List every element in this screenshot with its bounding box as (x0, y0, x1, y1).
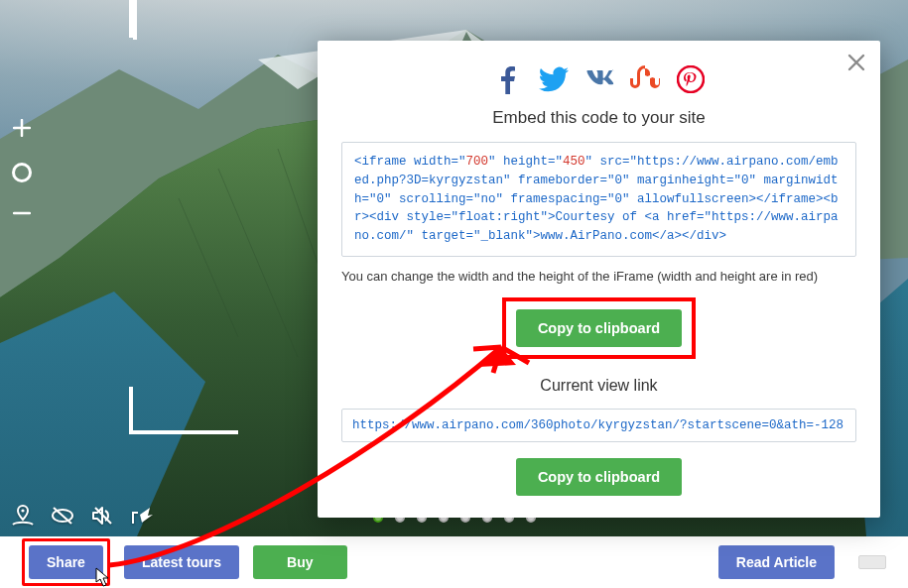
vk-icon[interactable] (584, 64, 614, 94)
zoom-slider[interactable] (10, 119, 34, 226)
zoom-out-icon[interactable] (11, 204, 33, 226)
copy-embed-button[interactable]: Copy to clipboard (516, 309, 682, 347)
current-view-label: Current view link (341, 377, 856, 395)
embed-code-box[interactable]: <iframe width="700" height="450" src="ht… (341, 142, 856, 257)
current-view-link-input[interactable] (341, 409, 856, 442)
scroll-stub (858, 555, 886, 569)
share-modal: Embed this code to your site <iframe wid… (318, 41, 880, 518)
pinterest-icon[interactable] (676, 64, 706, 94)
code-height: 450 (563, 155, 585, 169)
zoom-in-icon[interactable] (11, 119, 33, 141)
iframe-hint: You can change the width and the height … (341, 269, 856, 284)
latest-tours-button[interactable]: Latest tours (124, 545, 239, 579)
autorotate-off-icon[interactable] (50, 505, 75, 527)
share-button[interactable]: Share (29, 545, 103, 579)
code-width: 700 (466, 155, 489, 169)
svg-point-0 (21, 509, 24, 512)
twitter-icon[interactable] (539, 64, 569, 94)
crop-corner-top (129, 0, 169, 38)
share-arrow-icon[interactable] (129, 505, 155, 527)
svg-point-2 (678, 66, 704, 92)
stumbleupon-icon[interactable] (630, 64, 660, 94)
annotation-highlight-copy: Copy to clipboard (502, 297, 696, 359)
bottom-bar: Share Latest tours Buy Read Article (0, 536, 908, 588)
read-article-button[interactable]: Read Article (718, 545, 835, 579)
sound-off-icon[interactable] (89, 505, 115, 527)
code-mid: " height=" (488, 155, 563, 169)
facebook-icon[interactable] (493, 64, 523, 94)
code-pre: <iframe width=" (354, 155, 466, 169)
app-stage: Embed this code to your site <iframe wid… (0, 0, 908, 588)
crop-corner-bottom (129, 387, 169, 426)
copy-link-button[interactable]: Copy to clipboard (516, 458, 682, 496)
annotation-highlight-share: Share (22, 538, 110, 586)
close-icon[interactable] (843, 49, 870, 76)
pano-toolbar (10, 505, 155, 527)
buy-button[interactable]: Buy (253, 545, 346, 579)
social-row (341, 64, 856, 94)
modal-title: Embed this code to your site (341, 108, 856, 128)
map-pin-icon[interactable] (10, 505, 36, 527)
zoom-knob[interactable] (12, 163, 32, 182)
